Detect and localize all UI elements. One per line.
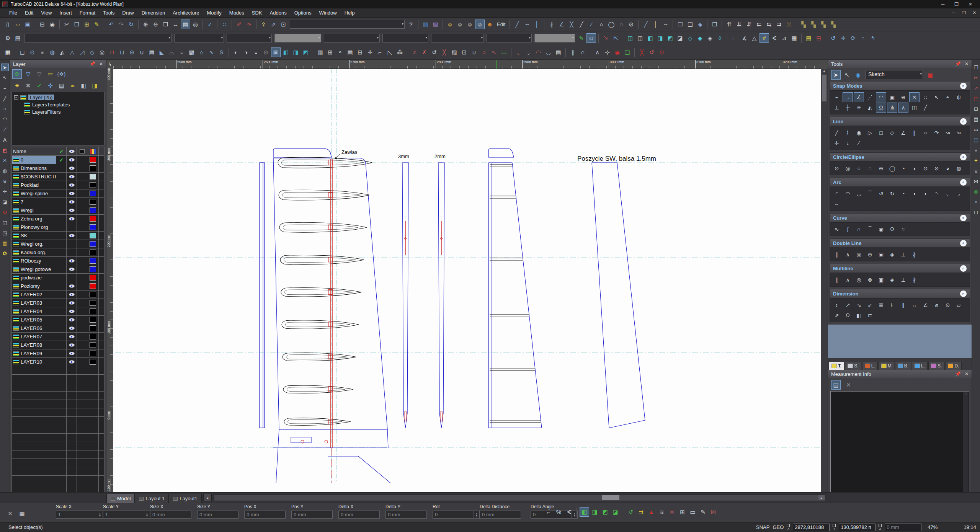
align-left-icon[interactable]: ⇇ [754, 20, 764, 29]
canvas-scroll-up-icon[interactable]: ▲ [822, 69, 826, 73]
circle-2-icon[interactable]: ◯ [606, 20, 616, 29]
layer-row-LAYER08[interactable]: LAYER08 [12, 341, 104, 349]
y-coord-checkbox[interactable] [833, 524, 836, 527]
layer-visible-eye-icon[interactable] [69, 200, 75, 204]
measure-arc-icon[interactable]: ∡ [740, 33, 749, 43]
pen-style-combo[interactable]: ▾ [174, 34, 224, 42]
layer-row-LAYER06[interactable]: LAYER06 [12, 324, 104, 333]
slab-3d-icon[interactable]: ◣ [157, 47, 167, 57]
dim-continuous-icon[interactable]: ⊦ [887, 300, 897, 310]
line-tangent-two-arcs-icon[interactable]: ↬ [954, 128, 964, 138]
measure-perimeter-icon[interactable]: ⊿ [779, 33, 789, 43]
delete-segment-icon[interactable]: ✗ [420, 47, 429, 57]
transform-frame-icon[interactable]: ❒ [710, 20, 719, 29]
divide-tool-icon[interactable]: ⌁ [1, 84, 9, 92]
ellipse-diagonal-icon[interactable]: ⊘ [931, 163, 942, 173]
wing-rib[interactable] [283, 385, 353, 393]
snap-centroid-icon[interactable]: ⊕ [898, 92, 908, 102]
angle-line-icon[interactable]: ∠ [557, 20, 566, 29]
print-icon[interactable]: ⊟ [38, 20, 47, 29]
array-scatter-icon[interactable]: ⁂ [395, 47, 405, 57]
dim-quick-leader-icon[interactable]: ⇗ [831, 310, 842, 320]
measure-area-icon[interactable]: △ [750, 33, 759, 43]
line-single-icon[interactable]: ╱ [831, 128, 842, 138]
dim-incremental-icon[interactable]: ∥ [898, 300, 908, 310]
brush-pattern-combo[interactable]: ▾ [382, 34, 428, 42]
user-profile-5-icon[interactable]: ☻ [485, 20, 495, 29]
menu-addons[interactable]: Addons [266, 9, 291, 17]
no-handles-icon[interactable]: ☒ [709, 507, 718, 517]
zoom-page-icon[interactable]: ▤ [181, 20, 190, 29]
minimize-button[interactable]: ─ [941, 2, 945, 7]
canvas-scroll-right-icon[interactable]: ▸ [818, 495, 825, 500]
layer-row-Poziomy[interactable]: Poziomy [12, 282, 104, 290]
user-profile-2-icon[interactable]: ☺ [455, 20, 465, 29]
snap-workplane-icon[interactable]: ◓ [942, 92, 953, 102]
layer-tree-item-layerstemplates[interactable]: LayersTemplates [23, 101, 103, 108]
publish-pdf-icon[interactable]: ▤ [804, 33, 813, 43]
maximize-button[interactable]: ❐ [954, 2, 959, 7]
tools-pick-icon[interactable]: ↖ [842, 70, 852, 80]
spar-strip-3mm[interactable] [402, 163, 408, 428]
circle-three-point-icon[interactable]: ◌ [865, 163, 875, 173]
arc-tangent-icon[interactable]: ⌒ [865, 189, 875, 199]
multi-polygon-center-icon[interactable]: ◎ [854, 275, 864, 285]
array-radial-icon[interactable]: ⚬ [335, 47, 345, 57]
snap-segment-icon[interactable]: ╱ [920, 103, 931, 113]
wing-rib[interactable] [279, 190, 369, 200]
double-rotated-rectangle-icon[interactable]: ◈ [887, 250, 897, 259]
ruler-corner-icon[interactable]: ↳ [106, 60, 113, 69]
doc-restore-button[interactable]: ❐ [962, 10, 966, 15]
snap-ortho-icon[interactable]: ⋔ [887, 103, 897, 113]
z-coord-field[interactable]: 0 mm [885, 524, 921, 531]
layer-color-swatch[interactable] [90, 308, 96, 314]
pyramid-3d-icon[interactable]: △ [67, 47, 77, 57]
style-pen-check-icon[interactable]: ✎ [577, 33, 586, 43]
measure-distance-icon[interactable]: ∢ [769, 33, 779, 43]
layer-row-ROboczy[interactable]: ROboczy [12, 257, 104, 265]
layer-visible-eye-icon[interactable] [69, 158, 75, 162]
measure-table-icon[interactable]: ▦ [789, 33, 799, 43]
point-line-icon[interactable]: ╱ [641, 20, 650, 29]
snap-plane-icon[interactable]: ◫ [909, 103, 920, 113]
layer-row-LAYER05[interactable]: LAYER05 [12, 316, 104, 324]
text-tool-icon[interactable]: A [1, 136, 9, 144]
measurement-pin-icon[interactable]: 📌 [955, 371, 961, 377]
field-input[interactable]: 1 [103, 511, 144, 519]
redo-icon[interactable]: ↷ [116, 20, 126, 29]
import-folder-icon[interactable]: ⇪ [259, 20, 268, 29]
multi-rectangle-icon[interactable]: ▣ [876, 275, 886, 285]
three-d-text-icon[interactable]: S [217, 47, 226, 57]
plot-icon[interactable]: ⊡ [972, 105, 980, 113]
dim-orthogonal-icon[interactable]: ↕ [831, 300, 842, 310]
section-collapse-icon[interactable]: « [960, 290, 967, 297]
hatch-line-icon[interactable]: ∦ [547, 20, 556, 29]
settings-gear-icon[interactable]: ⚙ [1, 208, 9, 216]
layer-col-color-icon[interactable] [90, 149, 96, 154]
open-file-icon[interactable]: ▱ [13, 20, 23, 29]
layer-color-swatch[interactable] [90, 325, 96, 331]
layer-color-swatch[interactable] [90, 241, 96, 247]
double-perpendicular-icon[interactable]: ⊥ [898, 250, 908, 259]
box-edit-icon[interactable]: ▭ [499, 47, 509, 57]
array-grid-icon[interactable]: ⊞ [325, 47, 335, 57]
paste-region-icon[interactable]: ⊡ [459, 47, 469, 57]
skin-panel-outline[interactable] [592, 163, 645, 428]
media-strip-icon[interactable]: ▥ [421, 20, 430, 29]
layer-visible-eye-icon[interactable] [69, 343, 75, 347]
measurement-list-icon[interactable]: ▤ [831, 380, 841, 390]
layer-visible-eye-icon[interactable] [69, 335, 75, 338]
segment-tool-icon[interactable]: ⟋ [1, 126, 9, 133]
layer-color-swatch[interactable] [90, 157, 96, 163]
boolean-merge-icon[interactable]: ◩ [301, 47, 310, 57]
wing-rib[interactable] [284, 418, 351, 426]
facet-3d-icon[interactable]: ◒ [177, 47, 186, 57]
markup-pen-icon[interactable]: ✑ [244, 20, 254, 29]
eraser-tool-icon[interactable]: ◪ [1, 198, 9, 206]
layer-properties-icon[interactable]: ▤ [57, 81, 66, 90]
sketch-mode-combo[interactable]: Sketch▾ [866, 70, 923, 79]
xyz-axes-icon[interactable]: ⇉ [636, 507, 646, 517]
line-irregular-polygon-icon[interactable]: ▷ [865, 128, 875, 138]
layer-visible-eye-icon[interactable] [69, 183, 75, 187]
cylinder-grey-icon[interactable]: ⊍ [972, 167, 980, 175]
